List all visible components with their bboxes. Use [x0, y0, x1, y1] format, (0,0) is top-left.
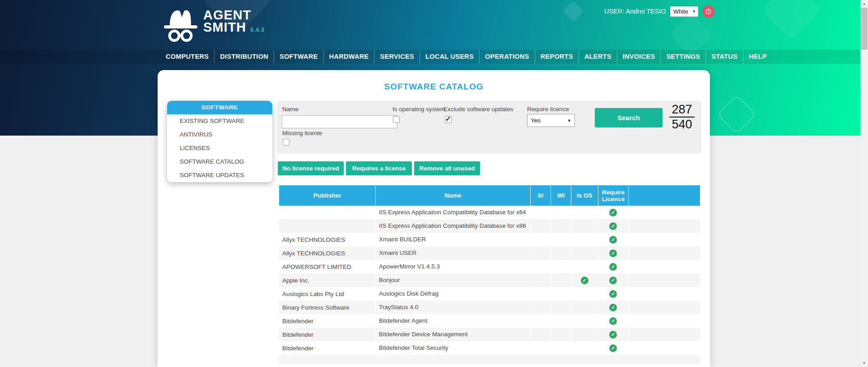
table-cell: ✓ [598, 328, 629, 341]
empty-cell [629, 206, 700, 219]
scroll-up-arrow-icon[interactable]: ▲ [860, 0, 868, 8]
table-cell: ✓ [598, 233, 629, 246]
publisher-cell: Allyx TECHNOLOGIES [279, 246, 376, 260]
missing-licence-checkbox[interactable] [283, 139, 289, 146]
no-license-required-button[interactable]: No license required [278, 161, 344, 175]
bulk-action-buttons: No license requiredRequires a licenseRem… [278, 161, 480, 175]
table-cell [531, 328, 551, 341]
decorative-diamond [761, 0, 821, 41]
empty-cell [629, 273, 700, 287]
missing-licence-filter-label: Missing licente [282, 130, 322, 136]
name-cell: IIS Express Application Compatibility Da… [376, 206, 531, 219]
table-cell: ✓ [598, 341, 629, 355]
table-cell [531, 301, 551, 314]
sidebar-item-antivirus[interactable]: ANTIVIRUS [167, 128, 272, 141]
name-cell: Auslogics Disk Defrag [376, 287, 531, 301]
table-cell [551, 341, 571, 355]
check-icon: ✓ [609, 249, 617, 257]
decorative-diamond [717, 94, 756, 134]
sidebar-item-software-updates[interactable]: SOFTWARE UPDATES [167, 169, 272, 182]
vertical-scrollbar[interactable]: ▲ ▼ [860, 0, 868, 367]
table-row[interactable]: Allyx TECHNOLOGIESXmaint BUILDER✓ [279, 233, 700, 246]
nav-item-hardware[interactable]: HARDWARE [323, 50, 374, 64]
agent-smith-logo[interactable]: AGENT SMITH 5.4.3 [163, 5, 265, 44]
name-cell: TrayStatus 4.0 [376, 301, 531, 314]
nav-item-reports[interactable]: REPORTS [535, 50, 579, 64]
sidebar-item-licenses[interactable]: LICENSES [167, 141, 272, 155]
table-cell [571, 301, 598, 314]
column-header-require-licence: Require Licence [598, 185, 629, 206]
empty-cell [629, 233, 700, 246]
empty-cell [629, 260, 700, 273]
check-icon: ✓ [609, 304, 617, 311]
theme-select[interactable]: White ▼ [670, 6, 698, 17]
sidebar-header-software[interactable]: SOFTWARE [167, 101, 272, 114]
table-cell [551, 246, 571, 260]
require-licence-filter-label: Require licence [527, 106, 569, 113]
remove-all-unused-button[interactable]: Remove all unused [414, 161, 480, 175]
check-icon: ✓ [581, 277, 588, 284]
sidebar-item-software-catalog[interactable]: SOFTWARE CATALOG [167, 155, 272, 169]
table-row[interactable]: Allyx TECHNOLOGIESXmaint USER✓ [279, 246, 700, 260]
table-row[interactable]: BitdefenderBitdefender Device Management… [279, 328, 700, 341]
content-card: SOFTWARE CATALOG SOFTWARE EXISTING SOFTW… [158, 70, 710, 367]
table-row[interactable]: Apple Inc.Bonjour✓✓ [279, 273, 700, 287]
logo-line2: SMITH 5.4.3 [203, 21, 265, 36]
scroll-down-arrow-icon[interactable]: ▼ [860, 359, 868, 367]
spy-hat-glasses-icon [163, 5, 199, 44]
requires-a-license-button[interactable]: Requires a license [346, 161, 412, 175]
is-os-checkbox[interactable] [393, 116, 400, 123]
nav-item-computers[interactable]: COMPUTERS [160, 50, 214, 64]
table-header-row: PublisherNameSIWIIs OSRequire Licence [279, 185, 700, 206]
table-row[interactable]: BitdefenderBitdefender Agent✓ [279, 314, 700, 328]
table-cell [571, 233, 598, 246]
table-row[interactable]: IIS Express Application Compatibility Da… [279, 206, 700, 219]
software-table-body: IIS Express Application Compatibility Da… [279, 206, 700, 364]
sidebar-item-existing-software[interactable]: EXISTING SOFTWARE [167, 114, 272, 128]
scrollbar-thumb[interactable] [861, 8, 868, 50]
publisher-cell: Allyx TECHNOLOGIES [279, 233, 376, 246]
nav-item-help[interactable]: HELP [743, 50, 772, 64]
nav-item-invoices[interactable]: INVOICES [617, 50, 661, 64]
sidebar-menu: SOFTWARE EXISTING SOFTWAREANTIVIRUSLICEN… [167, 101, 272, 182]
check-icon: ✓ [609, 236, 617, 244]
table-cell [571, 260, 598, 273]
exclude-updates-checkbox[interactable] [445, 116, 452, 123]
table-row[interactable]: Auslogics Labs Pty LtdAuslogics Disk Def… [279, 287, 700, 301]
table-row[interactable]: APOWERSOFT LIMITEDApowerMirror V1.4.5.3✓ [279, 260, 700, 273]
name-cell: Xmaint USER [376, 246, 531, 260]
nav-item-settings[interactable]: SETTINGS [660, 50, 705, 64]
table-row[interactable]: IIS Express Application Compatibility Da… [279, 219, 700, 233]
table-cell: ✓ [598, 314, 629, 328]
table-cell [571, 219, 598, 233]
nav-item-operations[interactable]: OPERATIONS [479, 50, 535, 64]
nav-item-local-users[interactable]: LOCAL USERS [420, 50, 479, 64]
table-cell: ✓ [598, 301, 629, 314]
table-row[interactable]: BitdefenderBitdefender Total Security✓ [279, 341, 700, 355]
sidebar-items: EXISTING SOFTWAREANTIVIRUSLICENSESSOFTWA… [167, 114, 272, 182]
publisher-cell: APOWERSOFT LIMITED [279, 260, 376, 273]
publisher-cell [279, 206, 376, 219]
table-cell [571, 246, 598, 260]
logout-power-button[interactable] [702, 5, 714, 18]
column-header-is-os: Is OS [571, 185, 598, 206]
check-icon: ✓ [609, 331, 617, 339]
empty-cell [629, 301, 700, 314]
table-cell [551, 260, 571, 273]
name-filter-input[interactable] [282, 115, 397, 128]
table-cell [551, 233, 571, 246]
require-licence-select[interactable]: Yes ▼ [527, 114, 575, 127]
check-icon: ✓ [609, 222, 617, 230]
check-icon: ✓ [609, 263, 617, 271]
nav-item-status[interactable]: STATUS [705, 50, 743, 64]
nav-item-distribution[interactable]: DISTRIBUTION [214, 50, 274, 64]
table-cell [531, 260, 551, 273]
search-button[interactable]: Search [595, 108, 663, 127]
name-cell: Xmaint BUILDER [376, 233, 531, 246]
nav-item-services[interactable]: SERVICES [374, 50, 419, 64]
nav-item-software[interactable]: SOFTWARE [274, 50, 323, 64]
column-header-empty [629, 185, 700, 206]
table-cell: ✓ [598, 246, 629, 260]
table-row[interactable]: Binary Fortress SoftwareTrayStatus 4.0✓ [279, 301, 700, 314]
nav-item-alerts[interactable]: ALERTS [579, 50, 617, 64]
